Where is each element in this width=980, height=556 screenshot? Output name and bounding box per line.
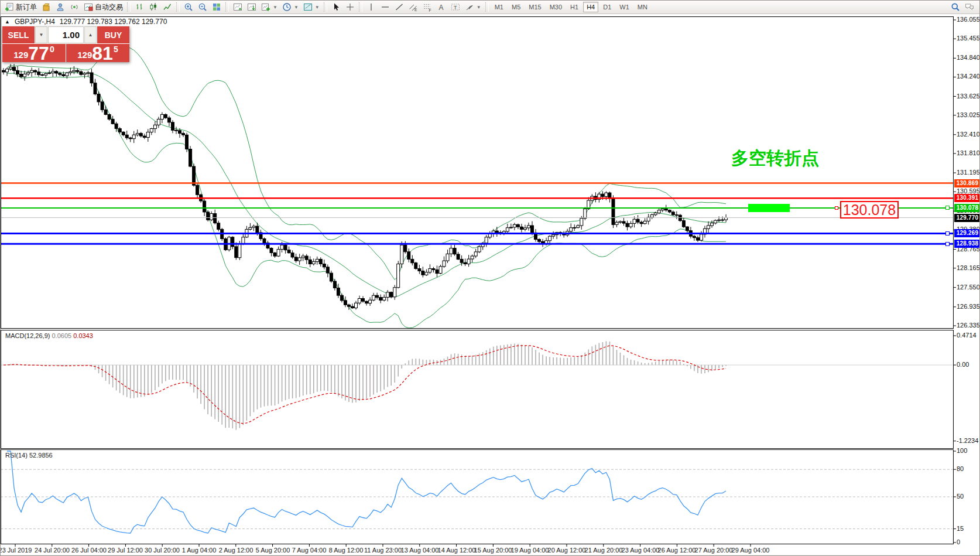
- toolbar-button-line-chart[interactable]: [160, 1, 174, 13]
- toolbar-button-trader[interactable]: [53, 1, 67, 13]
- toolbar-button-fibo[interactable]: F: [420, 1, 434, 13]
- chevron-up-icon: ▲: [88, 32, 93, 37]
- toolbar-button-channel[interactable]: E: [406, 1, 420, 13]
- toolbar-button-bar-chart[interactable]: [132, 1, 146, 13]
- toolbar-separator: [485, 2, 489, 12]
- chart-symbol-period: GBPJPY-,H4: [15, 18, 55, 26]
- text-icon: A: [437, 2, 446, 12]
- channel-icon: E: [409, 2, 418, 12]
- timeframe-d1[interactable]: D1: [599, 2, 615, 12]
- timeframe-w1[interactable]: W1: [616, 2, 633, 12]
- toolbar-button-chart-shift[interactable]: [231, 1, 245, 13]
- new-order-icon: [5, 2, 14, 12]
- new-chart-icon: [261, 2, 270, 12]
- line-drag-handle[interactable]: [945, 242, 950, 246]
- chevron-down-icon[interactable]: ▼: [477, 5, 481, 10]
- buy-price[interactable]: 129 81 5: [66, 44, 129, 62]
- toolbar-button-hline[interactable]: [378, 1, 392, 13]
- buy-price-sup: 5: [114, 45, 118, 54]
- timeframe-m5[interactable]: M5: [508, 2, 524, 12]
- tile-windows-icon: [212, 2, 221, 12]
- toolbar-button-vline[interactable]: [364, 1, 378, 13]
- timeframe-m30[interactable]: M30: [546, 2, 566, 12]
- toolbar-button-label[interactable]: T: [448, 1, 462, 13]
- macd-value: 0.0605: [52, 332, 71, 339]
- autotrade-icon: [84, 2, 93, 12]
- svg-text:A: A: [438, 4, 443, 12]
- toolbar: 新订单自动交易▼▼▼EFAT▼M1M5M15M30H1H4D1W1MN: [1, 1, 979, 14]
- hline-icon: [381, 2, 390, 12]
- sell-price-big: 77: [28, 45, 49, 62]
- toolbar-button-zoom-in[interactable]: [181, 1, 196, 13]
- toolbar-button-autotrade[interactable]: 自动交易: [81, 1, 125, 13]
- macd-indicator-label: MACD(12,26,9) 0.0605 0.0343: [5, 332, 93, 339]
- trendline-icon: [395, 2, 404, 12]
- line-drag-handle[interactable]: [945, 231, 950, 236]
- toolbar-separator: [127, 2, 131, 12]
- zoom-in-icon: [184, 2, 193, 12]
- timeframe-h1[interactable]: H1: [567, 2, 582, 12]
- sell-button[interactable]: SELL: [2, 26, 35, 43]
- toolbar-button-new-chart[interactable]: ▼: [259, 1, 280, 13]
- timeframe-m15[interactable]: M15: [525, 2, 544, 12]
- chevron-down-icon[interactable]: ▼: [294, 5, 299, 10]
- toolbar-button-zoom-out[interactable]: [196, 1, 210, 13]
- chevron-down-icon[interactable]: ▼: [315, 5, 320, 10]
- toolbar-button-shapes[interactable]: ▼: [462, 1, 484, 13]
- toolbar-separator: [359, 2, 362, 12]
- toolbar-button-label: 自动交易: [95, 2, 123, 12]
- timeframe-m1[interactable]: M1: [491, 2, 507, 12]
- toolbar-button-candle-chart[interactable]: [146, 1, 160, 13]
- chat-icon[interactable]: [965, 2, 974, 12]
- toolbar-button-new-order[interactable]: 新订单: [2, 1, 39, 13]
- search-icon[interactable]: [951, 2, 960, 12]
- chevron-down-icon[interactable]: ▼: [273, 5, 277, 10]
- line-chart-icon: [163, 2, 172, 12]
- mt4-window: 新订单自动交易▼▼▼EFAT▼M1M5M15M30H1H4D1W1MN ▲ GB…: [0, 0, 980, 556]
- chart-shift-icon: [233, 2, 242, 12]
- vline-icon: [366, 2, 376, 12]
- toolbar-separator: [225, 2, 229, 12]
- toolbar-button-trendline[interactable]: [392, 1, 406, 13]
- toolbar-button-crosshair[interactable]: [343, 1, 357, 13]
- volume-input[interactable]: 1.00: [48, 26, 84, 43]
- volume-decrease-button[interactable]: ▼: [35, 26, 47, 43]
- gold-package-icon: [42, 2, 51, 12]
- buy-button[interactable]: BUY: [97, 26, 129, 43]
- chevron-down-icon: ▼: [39, 32, 44, 37]
- toolbar-button-template[interactable]: ▼: [301, 1, 322, 13]
- toolbar-button-chart-autoscroll[interactable]: [245, 1, 259, 13]
- toolbar-button-cursor[interactable]: [329, 1, 343, 13]
- chart-autoscroll-icon: [247, 2, 256, 12]
- buy-price-prefix: 129: [77, 50, 92, 62]
- chart-title: ▲ GBPJPY-,H4 129.777 129.783 129.762 129…: [5, 18, 167, 26]
- toolbar-button-signal[interactable]: [67, 1, 81, 13]
- panel-collapse-arrow[interactable]: ▲: [5, 19, 10, 25]
- green-highlight-rectangle[interactable]: [748, 204, 790, 212]
- candle-chart-icon: [149, 2, 158, 12]
- toolbar-button-clock[interactable]: ▼: [280, 1, 301, 13]
- line-drag-handle[interactable]: [945, 206, 950, 210]
- one-click-trading-panel: SELL ▼ 1.00 ▲ BUY 129 77 0 129 81 5: [2, 26, 129, 62]
- buy-price-big: 81: [92, 45, 113, 62]
- toolbar-button-gold-package[interactable]: [39, 1, 53, 13]
- toolbar-button-label: 新订单: [16, 2, 37, 12]
- toolbar-button-text[interactable]: A: [434, 1, 448, 13]
- timeframe-h4[interactable]: H4: [583, 2, 598, 12]
- toolbar-button-tile-windows[interactable]: [210, 1, 224, 13]
- chart-canvas[interactable]: [1, 1, 980, 556]
- cursor-icon: [331, 2, 341, 12]
- timeframe-mn[interactable]: MN: [634, 2, 651, 12]
- turning-point-annotation: 多空转折点: [731, 146, 819, 170]
- fibo-icon: F: [423, 2, 432, 12]
- svg-text:E: E: [414, 8, 417, 12]
- svg-text:T: T: [454, 5, 457, 11]
- level-price-label[interactable]: 130.078: [840, 201, 899, 219]
- trader-icon: [56, 2, 65, 12]
- volume-increase-button[interactable]: ▲: [84, 26, 97, 43]
- label-icon: T: [451, 2, 460, 12]
- level-box-handle[interactable]: [835, 206, 838, 210]
- chart-ohlc-values: 129.777 129.783 129.762 129.770: [60, 18, 167, 26]
- rsi-value: 52.9856: [29, 452, 53, 459]
- sell-price[interactable]: 129 77 0: [2, 44, 66, 62]
